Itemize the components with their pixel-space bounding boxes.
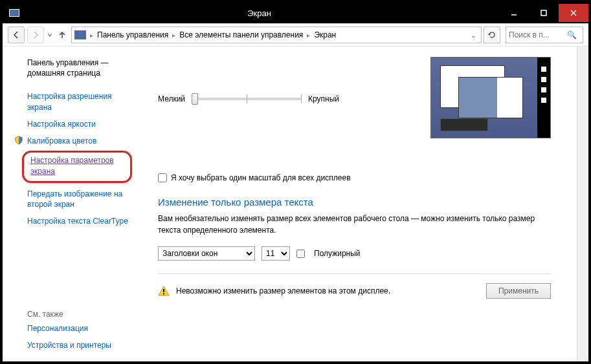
close-button[interactable] <box>559 4 588 22</box>
element-select[interactable]: Заголовки окон <box>158 246 255 261</box>
breadcrumb-item[interactable]: Экран <box>314 30 336 39</box>
back-button[interactable] <box>8 27 25 43</box>
slider-min-label: Мелкий <box>158 94 185 103</box>
scale-slider-area: Мелкий Крупный <box>158 57 415 138</box>
section-text: Вам необязательно изменять размер всех э… <box>158 213 551 236</box>
main-content: Мелкий Крупный <box>144 47 577 361</box>
sidebar-link-calibration[interactable]: Калибровка цветов <box>14 133 137 149</box>
address-dropdown-icon[interactable]: ⌄ <box>468 32 478 39</box>
size-select[interactable]: 11 <box>262 246 290 261</box>
svg-rect-4 <box>163 289 164 292</box>
recent-dropdown-icon[interactable] <box>47 32 53 38</box>
sidebar-home-link[interactable]: Панель управления — домашняя страница <box>14 54 137 81</box>
minimize-button[interactable] <box>499 4 529 22</box>
sidebar-link-brightness[interactable]: Настройка яркости <box>14 116 137 133</box>
address-bar[interactable]: ▸ Панель управления ▸ Все элементы панел… <box>71 27 482 43</box>
breadcrumb-sep-icon: ▸ <box>307 32 310 39</box>
forward-button[interactable] <box>27 27 44 43</box>
maximize-button[interactable] <box>529 4 559 22</box>
bold-label: Полужирный <box>314 249 361 258</box>
window: Экран ▸ Панель управления ▸ Все элементы… <box>0 0 591 364</box>
svg-rect-5 <box>163 294 164 295</box>
app-icon <box>9 9 19 17</box>
breadcrumb-sep-icon: ▸ <box>90 32 93 39</box>
breadcrumb-sep-icon: ▸ <box>172 32 175 39</box>
location-icon <box>74 30 86 39</box>
sidebar-link-cleartype[interactable]: Настройка текста ClearType <box>14 213 137 230</box>
slider-max-label: Крупный <box>308 94 339 103</box>
see-also-heading: См. также <box>14 307 137 320</box>
search-box[interactable]: 🔍 <box>506 27 583 43</box>
warning-text: Невозможно изменить размер элементов на … <box>176 286 480 295</box>
display-preview <box>430 57 551 138</box>
breadcrumb: Панель управления ▸ Все элементы панели … <box>97 30 336 39</box>
vertical-scrollbar[interactable] <box>577 47 588 361</box>
single-scale-checkbox[interactable] <box>158 173 167 182</box>
sidebar-link-personalization[interactable]: Персонализация <box>14 320 137 337</box>
slider-thumb[interactable] <box>192 93 198 105</box>
warning-icon <box>158 285 170 297</box>
titlebar: Экран <box>3 3 588 23</box>
sidebar-link-resolution[interactable]: Настройка разрешения экрана <box>14 88 137 115</box>
apply-button[interactable]: Применить <box>486 283 551 299</box>
section-heading: Изменение только размера текста <box>158 197 551 208</box>
sidebar-link-label: Калибровка цветов <box>27 136 96 145</box>
window-title: Экран <box>19 8 499 18</box>
search-input[interactable] <box>509 30 567 39</box>
checkbox-label: Я хочу выбрать один масштаб для всех дис… <box>171 173 351 182</box>
sidebar: Панель управления — домашняя страница На… <box>3 47 144 361</box>
single-scale-checkbox-row[interactable]: Я хочу выбрать один масштаб для всех дис… <box>158 173 551 182</box>
sidebar-link-devices[interactable]: Устройства и принтеры <box>14 337 137 354</box>
sidebar-link-display-settings-highlighted: Настройка параметров экрана <box>22 151 132 183</box>
navigation-bar: ▸ Панель управления ▸ Все элементы панел… <box>3 23 588 47</box>
breadcrumb-item[interactable]: Панель управления <box>97 30 168 39</box>
search-icon[interactable]: 🔍 <box>567 30 577 39</box>
footer-row: Невозможно изменить размер элементов на … <box>158 273 551 299</box>
scale-slider[interactable] <box>192 91 302 107</box>
sidebar-link-project[interactable]: Передать изображение на второй экран <box>14 186 137 213</box>
refresh-button[interactable] <box>484 27 500 43</box>
svg-rect-1 <box>541 10 546 16</box>
bold-checkbox[interactable] <box>296 250 305 258</box>
shield-icon <box>14 136 23 145</box>
up-button[interactable] <box>56 28 69 41</box>
sidebar-link-display-settings[interactable]: Настройка параметров экрана <box>30 156 114 176</box>
breadcrumb-item[interactable]: Все элементы панели управления <box>179 30 303 39</box>
